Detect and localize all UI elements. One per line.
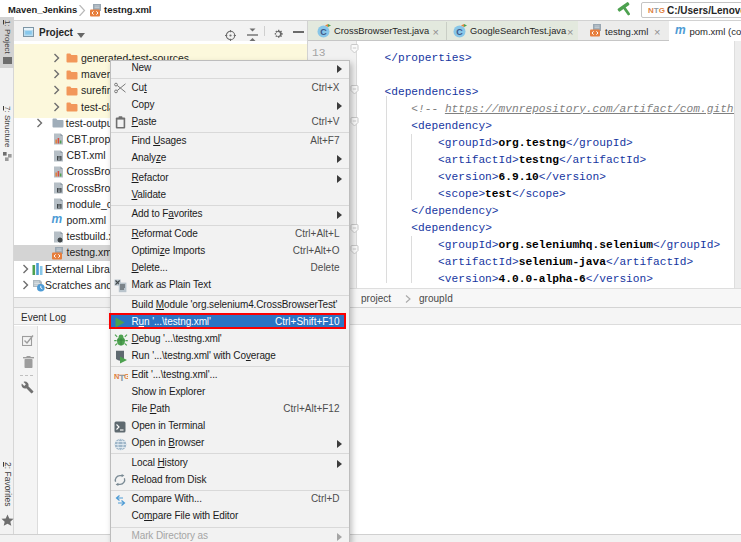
svg-text:C: C bbox=[456, 27, 463, 37]
svg-text:G: G bbox=[124, 372, 128, 381]
svg-text:C: C bbox=[320, 27, 327, 37]
